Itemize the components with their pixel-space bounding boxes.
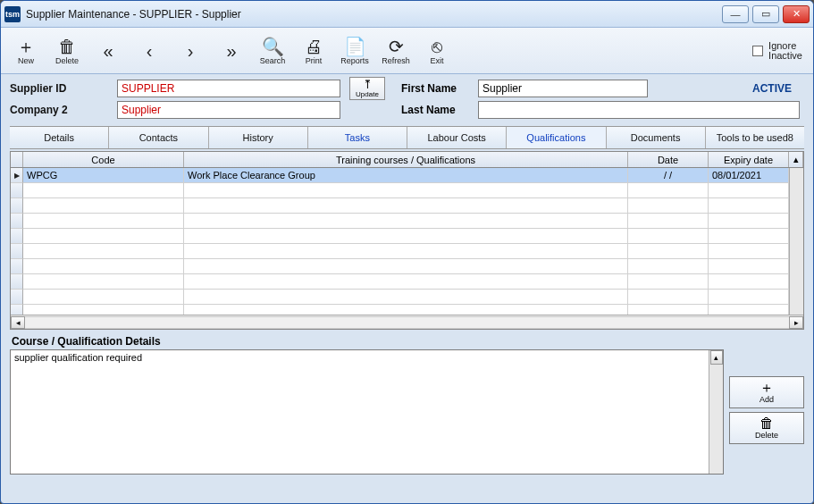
cell-expiry[interactable]	[709, 229, 789, 244]
update-button[interactable]: ⤒ Update	[349, 77, 385, 100]
supplier-id-input[interactable]	[117, 80, 340, 97]
table-row[interactable]	[11, 274, 789, 290]
cell-date[interactable]	[628, 244, 709, 259]
grid-body[interactable]: ▶WPCGWork Place Clearance Group/ /08/01/…	[11, 168, 789, 315]
cell-expiry[interactable]	[709, 259, 789, 274]
grid-horizontal-scrollbar[interactable]: ◂ ▸	[11, 315, 803, 329]
tab-tasks[interactable]: Tasks	[308, 127, 407, 148]
grid-header-code[interactable]: Code	[23, 152, 184, 167]
tab-documents[interactable]: Documents	[607, 127, 706, 148]
cell-code[interactable]	[23, 183, 184, 198]
cell-expiry[interactable]	[709, 214, 789, 229]
details-vertical-scrollbar[interactable]: ▴	[709, 350, 723, 474]
company2-input[interactable]	[117, 101, 340, 119]
details-textarea[interactable]: supplier qualification required ▴	[10, 349, 724, 475]
cell-date[interactable]	[628, 229, 709, 244]
cell-expiry[interactable]	[709, 198, 789, 214]
nav-first-button[interactable]: «	[88, 30, 128, 71]
nav-next-button[interactable]: ›	[171, 30, 210, 71]
table-row[interactable]	[11, 183, 789, 198]
table-row[interactable]: ▶WPCGWork Place Clearance Group/ /08/01/…	[11, 168, 789, 183]
cell-code[interactable]: WPCG	[23, 168, 184, 183]
table-row[interactable]	[11, 259, 789, 274]
cell-expiry[interactable]	[709, 274, 789, 290]
cell-date[interactable]	[628, 259, 709, 274]
details-side-buttons: ＋ Add 🗑 Delete	[729, 349, 804, 475]
cell-training[interactable]	[184, 305, 628, 315]
cell-training[interactable]	[184, 274, 628, 290]
cell-training[interactable]	[184, 290, 628, 305]
cell-code[interactable]	[23, 244, 184, 259]
print-button[interactable]: 🖨 Print	[294, 30, 333, 71]
minimize-button[interactable]: —	[722, 5, 749, 23]
cell-date[interactable]	[628, 274, 709, 290]
search-button[interactable]: 🔍 Search	[253, 30, 292, 71]
cell-code[interactable]	[23, 290, 184, 305]
cell-date[interactable]	[628, 290, 709, 305]
nav-last-button[interactable]: »	[212, 30, 251, 71]
new-label: New	[18, 56, 34, 65]
tab-contacts[interactable]: Contacts	[109, 127, 208, 148]
cell-code[interactable]	[23, 259, 184, 274]
row-marker	[11, 290, 23, 305]
scroll-right-icon[interactable]: ▸	[789, 316, 803, 329]
table-row[interactable]	[11, 305, 789, 315]
plus-icon: ＋	[17, 37, 35, 56]
scroll-track[interactable]	[25, 316, 789, 329]
tab-qualifications[interactable]: Qualifications	[507, 127, 606, 148]
cell-code[interactable]	[23, 274, 184, 290]
tab-tools[interactable]: Tools to be used8	[706, 127, 804, 148]
cell-training[interactable]	[184, 214, 628, 229]
table-row[interactable]	[11, 244, 789, 259]
cell-training[interactable]	[184, 229, 628, 244]
grid-scroll-up[interactable]: ▴	[789, 152, 803, 167]
cell-expiry[interactable]	[709, 290, 789, 305]
row-marker	[11, 259, 23, 274]
add-qualification-button[interactable]: ＋ Add	[729, 376, 804, 408]
refresh-button[interactable]: ⟳ Refresh	[376, 30, 415, 71]
cell-date[interactable]	[628, 198, 709, 214]
tab-details[interactable]: Details	[10, 127, 109, 148]
row-marker	[11, 198, 23, 214]
cell-expiry[interactable]	[709, 305, 789, 315]
cell-training[interactable]	[184, 183, 628, 198]
cell-training[interactable]	[184, 259, 628, 274]
new-button[interactable]: ＋ New	[6, 30, 46, 71]
scroll-up-icon[interactable]: ▴	[710, 350, 723, 365]
maximize-button[interactable]: ▭	[752, 5, 779, 23]
tab-history[interactable]: History	[209, 127, 308, 148]
table-row[interactable]	[11, 198, 789, 214]
cell-code[interactable]	[23, 214, 184, 229]
cell-code[interactable]	[23, 229, 184, 244]
grid-header-training[interactable]: Training courses / Qualifications	[184, 152, 628, 167]
cell-expiry[interactable]	[709, 244, 789, 259]
last-name-input[interactable]	[478, 101, 800, 119]
delete-button[interactable]: 🗑 Delete	[47, 30, 87, 71]
delete-qualification-button[interactable]: 🗑 Delete	[729, 412, 804, 444]
cell-training[interactable]: Work Place Clearance Group	[184, 168, 628, 183]
scroll-left-icon[interactable]: ◂	[11, 316, 25, 329]
cell-training[interactable]	[184, 244, 628, 259]
tab-labour-costs[interactable]: Labour Costs	[407, 127, 507, 148]
cell-date[interactable]	[628, 183, 709, 198]
cell-code[interactable]	[23, 198, 184, 214]
table-row[interactable]	[11, 229, 789, 244]
grid-header-expiry[interactable]: Expiry date	[709, 152, 789, 167]
close-button[interactable]: ✕	[783, 5, 810, 23]
cell-date[interactable]: / /	[628, 168, 709, 183]
cell-expiry[interactable]: 08/01/2021	[709, 168, 789, 183]
cell-code[interactable]	[23, 305, 184, 315]
grid-header-date[interactable]: Date	[628, 152, 709, 167]
table-row[interactable]	[11, 214, 789, 229]
cell-date[interactable]	[628, 214, 709, 229]
ignore-inactive-toggle[interactable]: Ignore Inactive	[752, 41, 802, 61]
cell-expiry[interactable]	[709, 183, 789, 198]
cell-date[interactable]	[628, 305, 709, 315]
exit-button[interactable]: ⎋ Exit	[417, 30, 457, 71]
table-row[interactable]	[11, 290, 789, 305]
grid-vertical-scrollbar[interactable]	[789, 168, 803, 315]
cell-training[interactable]	[184, 198, 628, 214]
first-name-input[interactable]	[478, 80, 648, 97]
reports-button[interactable]: 📄 Reports	[335, 30, 374, 71]
nav-prev-button[interactable]: ‹	[130, 30, 169, 71]
